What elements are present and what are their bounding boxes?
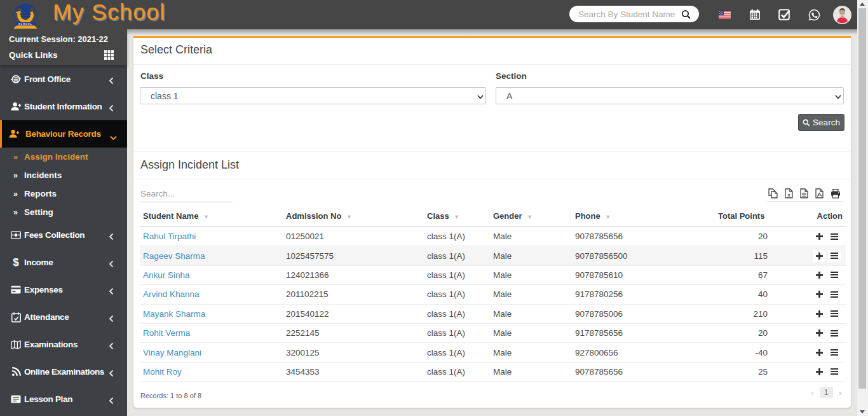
svg-text:SCHOOL: SCHOOL bbox=[18, 23, 32, 25]
svg-text:x: x bbox=[787, 192, 790, 198]
